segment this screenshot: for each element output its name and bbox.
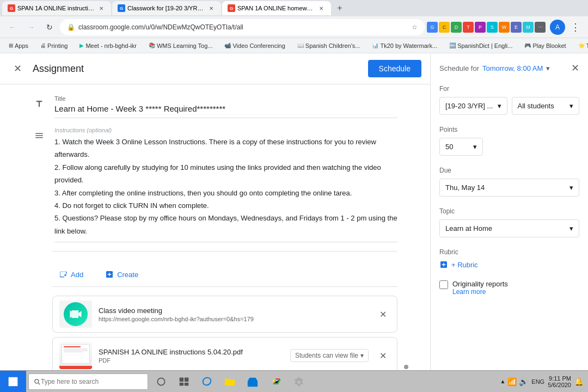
browser-window: G SPAN 1A ONLINE instructio... ✕ G Class… (0, 0, 588, 370)
bookmark-best-spanish[interactable]: ⭐ The Best Spanish P... (574, 41, 588, 50)
pdf-type: PDF (99, 357, 284, 364)
due-field: Due Thu, May 14 ▾ (439, 167, 579, 197)
bookmark-meet[interactable]: ▶ Meet - nrb-bghd-ikr (75, 41, 141, 50)
tab-2-close[interactable]: ✕ (207, 4, 216, 13)
menu-button[interactable]: ⋮ (567, 19, 584, 35)
ext-icon-3[interactable]: D (451, 22, 462, 33)
tray-wifi[interactable]: 📶 (507, 377, 517, 386)
date-display: 5/6/2020 (548, 382, 571, 388)
bookmark-blooket[interactable]: 🎮 Play Blooket (520, 41, 570, 50)
taskbar-search-input[interactable] (41, 378, 139, 385)
svg-rect-3 (9, 382, 13, 386)
taskbar-chrome[interactable] (265, 371, 286, 393)
bookmark-video[interactable]: 📹 Video Conferencing (220, 41, 289, 50)
bookmark-spanish[interactable]: 📖 Spanish Children's... (293, 41, 365, 50)
new-tab-button[interactable]: + (332, 1, 347, 15)
bookmark-icon[interactable]: ☆ (412, 23, 418, 31)
schedule-value[interactable]: Tomorrow, 8:00 AM (482, 64, 543, 72)
profile-button[interactable]: A (550, 20, 565, 35)
pdf-permission-arrow: ▾ (360, 352, 364, 359)
instructions-field[interactable]: Instructions (optional) 1. Watch the Wee… (54, 127, 397, 242)
add-rubric-button[interactable]: + Rubric (439, 260, 579, 269)
tab-1-close[interactable]: ✕ (97, 4, 106, 13)
points-field: Points 50 ▾ (439, 126, 579, 156)
tray-volume[interactable]: 🔊 (519, 377, 528, 386)
originality-reports: Originality reports Learn more (439, 280, 579, 296)
more-ext[interactable]: ⋯ (535, 22, 546, 33)
originality-checkbox[interactable] (439, 280, 448, 289)
ext-icon-8[interactable]: E (511, 22, 522, 33)
close-assignment-button[interactable]: ✕ (9, 60, 26, 77)
taskbar-time[interactable]: 9:11 PM 5/6/2020 (548, 375, 571, 388)
meet-remove-button[interactable]: ✕ (375, 307, 390, 322)
pdf-thumbnail (59, 342, 92, 369)
instructions-label: Instructions (optional) (54, 127, 397, 133)
bookmark-apps[interactable]: ⊞ Apps (4, 41, 33, 50)
pdf-remove-button[interactable]: ✕ (375, 348, 390, 363)
title-value[interactable]: Learn at Home - Week 3 ***** Required***… (54, 104, 397, 113)
pdf-permission[interactable]: Students can view file ▾ (290, 349, 369, 362)
taskbar-store[interactable] (242, 371, 264, 393)
language-indicator[interactable]: ENG (531, 378, 544, 385)
ext-icon-6[interactable]: S (487, 22, 498, 33)
svg-rect-10 (248, 381, 258, 387)
rubric-button-label: + Rubric (451, 261, 478, 269)
tab-2[interactable]: G Classwork for [19-20 3/YR] Span... ✕ (112, 1, 221, 15)
forward-button[interactable]: → (23, 19, 39, 35)
points-select[interactable]: 50 ▾ (439, 138, 483, 156)
taskbar-edge[interactable] (196, 371, 218, 393)
address-bar[interactable]: 🔒 classroom.google.com/u/0/w/NDEwMzQwOTE… (60, 19, 425, 35)
tab-3[interactable]: G SPAN 1A ONLINE homework, we... ✕ (222, 1, 331, 15)
instruction-3: 3. After completing the online instructi… (54, 187, 397, 199)
ext-icon-5[interactable]: P (475, 22, 486, 33)
title-bar: G SPAN 1A ONLINE instructio... ✕ G Class… (0, 0, 588, 16)
taskbar-settings[interactable] (287, 371, 309, 393)
meet-icon (64, 302, 88, 326)
students-select-arrow: ▾ (569, 102, 573, 110)
time-display: 9:11 PM (548, 375, 571, 382)
tab-1[interactable]: G SPAN 1A ONLINE instructio... ✕ (2, 1, 111, 15)
svg-rect-9 (185, 382, 189, 385)
start-button[interactable] (0, 371, 26, 393)
taskbar-tray: ▲ 📶 🔊 ENG 9:11 PM 5/6/2020 🔔 (495, 375, 588, 388)
taskbar-cortana[interactable] (150, 371, 172, 393)
students-select[interactable]: All students ▾ (512, 97, 580, 115)
meet-url: https://meet.google.com/nrb-bghd-ikr?aut… (99, 316, 369, 322)
assignment-panel: ✕ Assignment Schedule Title Learn at Hom… (0, 53, 430, 370)
taskbar-explorer[interactable] (219, 371, 241, 393)
taskbar-search[interactable] (28, 373, 148, 390)
ext-icon-1[interactable]: G (427, 22, 438, 33)
class-select[interactable]: [19-20 3/YR] ... ▾ (439, 97, 507, 115)
taskbar-task-view[interactable] (173, 371, 195, 393)
tab-3-close[interactable]: ✕ (317, 4, 326, 13)
back-button[interactable]: ← (4, 19, 21, 35)
taskbar: ▲ 📶 🔊 ENG 9:11 PM 5/6/2020 🔔 (0, 370, 588, 392)
tray-up-arrow[interactable]: ▲ (500, 378, 505, 384)
svg-rect-8 (180, 382, 184, 385)
rubric-field: Rubric + Rubric (439, 248, 579, 269)
instructions-field-group: Instructions (optional) 1. Watch the Wee… (33, 127, 397, 242)
due-select[interactable]: Thu, May 14 ▾ (439, 179, 579, 197)
schedule-button[interactable]: Schedule (368, 60, 421, 77)
ext-icon-9[interactable]: M (523, 22, 534, 33)
instruction-1: 1. Watch the Week 3 Online Lesson Instru… (54, 136, 397, 161)
ext-icon-2[interactable]: C (439, 22, 450, 33)
bookmark-spanishdict[interactable]: 🔤 SpanishDict | Engli... (445, 41, 517, 50)
ext-icon-4[interactable]: T (463, 22, 474, 33)
ext-icon-7[interactable]: W (499, 22, 510, 33)
pdf-permission-text: Students can view file (295, 352, 358, 359)
add-button[interactable]: Add (52, 267, 90, 282)
attachment-list: Class video meeting https://meet.google.… (52, 296, 397, 370)
topic-field: Topic Learn at Home ▾ (439, 207, 579, 237)
originality-learn-more[interactable]: Learn more (452, 288, 508, 296)
bookmark-wms[interactable]: 📚 WMS Learning Tog... (144, 41, 217, 50)
bookmark-tk20[interactable]: 📊 Tk20 by Watermark... (367, 41, 442, 50)
create-button[interactable]: Create (99, 267, 145, 282)
schedule-dropdown-arrow[interactable]: ▾ (546, 64, 550, 72)
bookmark-printing[interactable]: 🖨 Printing (36, 41, 72, 50)
reload-button[interactable]: ↻ (41, 19, 58, 35)
topic-select[interactable]: Learn at Home ▾ (439, 219, 579, 237)
notification-button[interactable]: 🔔 (574, 377, 584, 386)
instruction-4: 4. Do not forget to click TURN IN when c… (54, 199, 397, 212)
sidebar-close-button[interactable]: ✕ (571, 62, 579, 74)
